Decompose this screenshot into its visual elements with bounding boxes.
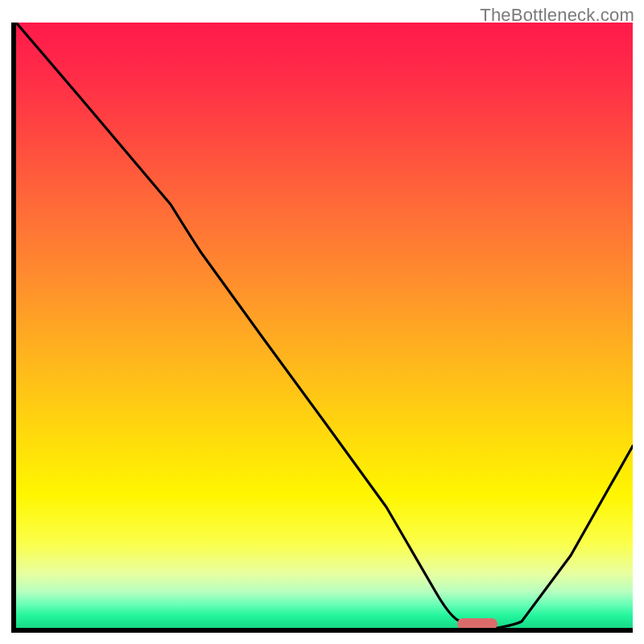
plot-area xyxy=(16,23,633,628)
curve-path xyxy=(16,23,633,628)
optimal-marker xyxy=(457,618,497,628)
bottleneck-curve xyxy=(16,23,633,628)
chart-canvas: TheBottleneck.com xyxy=(0,0,644,644)
